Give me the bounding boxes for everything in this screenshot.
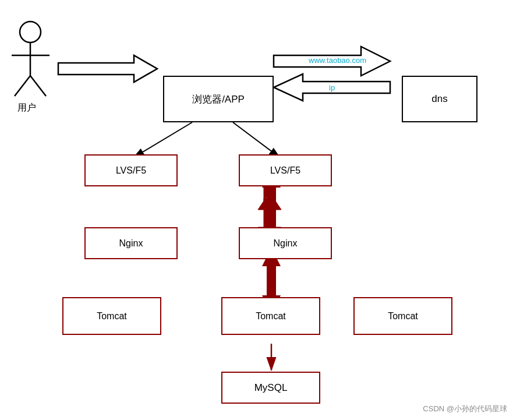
- browser-box: 浏览器/APP: [163, 76, 274, 122]
- svg-marker-5: [58, 55, 157, 82]
- watermark: CSDN @小孙的代码星球: [423, 404, 507, 414]
- tomcat-center-box: Tomcat: [221, 297, 320, 335]
- mysql-box: MySQL: [221, 372, 320, 404]
- svg-text:www.taobao.com: www.taobao.com: [308, 56, 366, 65]
- tomcat-left-box: Tomcat: [62, 297, 161, 335]
- svg-line-3: [15, 76, 30, 96]
- diagram-svg: www.taobao.com ip: [0, 0, 513, 420]
- svg-text:ip: ip: [329, 83, 335, 92]
- nginx-right-box: Nginx: [239, 227, 332, 259]
- svg-rect-17: [267, 188, 276, 228]
- svg-point-0: [20, 22, 41, 43]
- tomcat-right-box: Tomcat: [353, 297, 452, 335]
- svg-line-4: [30, 76, 46, 96]
- user-label: 用户: [17, 102, 36, 114]
- dns-box: dns: [402, 76, 477, 122]
- svg-line-14: [233, 122, 280, 157]
- diagram-container: www.taobao.com ip 用户 浏览器/APP dns: [0, 0, 513, 420]
- svg-rect-20: [267, 266, 276, 295]
- lvs-right-box: LVS/F5: [239, 154, 332, 186]
- lvs-left-box: LVS/F5: [84, 154, 178, 186]
- svg-line-13: [134, 122, 192, 157]
- nginx-left-box: Nginx: [84, 227, 178, 259]
